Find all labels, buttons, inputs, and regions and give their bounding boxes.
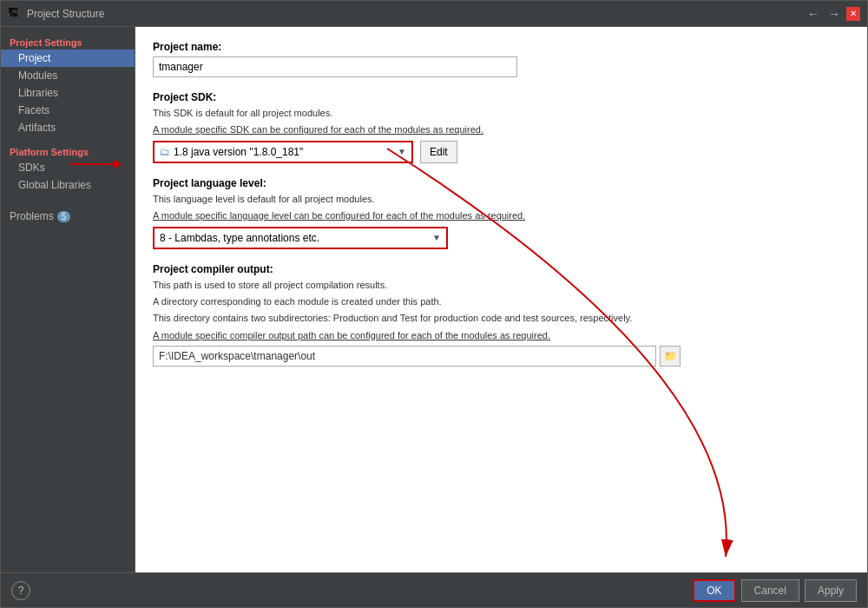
apply-button[interactable]: Apply [805, 579, 857, 602]
project-lang-label: Project language level: [153, 177, 850, 189]
project-name-label: Project name: [153, 41, 850, 53]
window-icon: 🏗 [8, 7, 22, 21]
project-output-label: Project compiler output: [153, 263, 850, 275]
output-desc2: A directory corresponding to each module… [153, 295, 850, 308]
ok-button[interactable]: OK [693, 579, 735, 602]
help-button[interactable]: ? [11, 581, 30, 600]
sdk-row: 🗂 1.8 java version "1.8.0_181" ▼ Edit [153, 141, 850, 163]
folder-icon: 📁 [664, 350, 677, 362]
title-bar-right: ← → ✕ [805, 5, 860, 23]
sdk-desc2: A module specific SDK can be configured … [153, 123, 850, 136]
main-window: 🏗 Project Structure ← → ✕ Project Settin… [0, 0, 868, 608]
lang-desc2-underline: A module specific language level can be … [153, 210, 525, 221]
sdk-select-inner: 🗂 1.8 java version "1.8.0_181" [160, 146, 398, 158]
project-settings-label: Project Settings [1, 34, 135, 50]
output-desc4: A module specific compiler output path c… [153, 329, 850, 342]
project-lang-group: Project language level: This language le… [153, 177, 850, 249]
forward-button[interactable]: → [825, 5, 843, 23]
sdk-desc1: This SDK is default for all project modu… [153, 107, 850, 120]
project-name-group: Project name: [153, 41, 850, 77]
sidebar-bottom: Problems 5 [1, 208, 135, 225]
lang-desc1: This language level is default for all p… [153, 193, 850, 206]
project-sdk-group: Project SDK: This SDK is default for all… [153, 91, 850, 163]
main-content: Project name: Project SDK: This SDK is d… [135, 27, 867, 572]
back-button[interactable]: ← [805, 5, 822, 23]
close-button[interactable]: ✕ [846, 7, 860, 21]
edit-sdk-button[interactable]: Edit [420, 141, 457, 163]
title-bar: 🏗 Project Structure ← → ✕ [1, 1, 867, 27]
sdk-desc2-underline: A module specific SDK can be configured … [153, 124, 483, 135]
sdk-dropdown-arrow: ▼ [398, 147, 406, 156]
sidebar-item-libraries[interactable]: Libraries [1, 84, 135, 102]
output-path-input[interactable] [153, 346, 656, 367]
title-bar-left: 🏗 Project Structure [8, 7, 104, 21]
lang-value: 8 - Lambdas, type annotations etc. [160, 232, 319, 244]
problems-badge: 5 [57, 211, 71, 222]
lang-dropdown[interactable]: 8 - Lambdas, type annotations etc. ▼ [153, 227, 448, 249]
sdk-value: 1.8 java version "1.8.0_181" [174, 146, 303, 158]
bottom-bar: ? OK Cancel Apply [1, 572, 867, 607]
platform-settings-label: Platform Settings [1, 143, 135, 159]
sidebar-item-project[interactable]: Project [1, 50, 135, 67]
sidebar-item-sdks[interactable]: SDKs [1, 159, 135, 176]
sidebar: Project Settings Project Modules Librari… [1, 27, 135, 572]
lang-desc2: A module specific language level can be … [153, 209, 850, 222]
sidebar-item-artifacts[interactable]: Artifacts [1, 119, 135, 136]
window-title: Project Structure [27, 8, 104, 20]
project-output-group: Project compiler output: This path is us… [153, 263, 850, 367]
cancel-button[interactable]: Cancel [741, 579, 799, 602]
folder-button[interactable]: 📁 [660, 346, 681, 367]
sidebar-item-modules[interactable]: Modules [1, 67, 135, 84]
sidebar-item-global-libraries[interactable]: Global Libraries [1, 176, 135, 194]
output-path-row: 📁 [153, 346, 850, 367]
sdk-dropdown[interactable]: 🗂 1.8 java version "1.8.0_181" ▼ [153, 141, 413, 163]
lang-dropdown-arrow: ▼ [432, 233, 441, 242]
content-area: Project Settings Project Modules Librari… [1, 27, 867, 572]
problems-label: Problems [10, 210, 54, 222]
sdk-icon: 🗂 [160, 146, 170, 158]
problems-row[interactable]: Problems 5 [1, 208, 135, 225]
output-desc3: This directory contains two subdirectori… [153, 312, 850, 325]
project-sdk-label: Project SDK: [153, 91, 850, 103]
output-desc1: This path is used to store all project c… [153, 279, 850, 292]
sidebar-item-facets[interactable]: Facets [1, 102, 135, 119]
output-desc4-underline: A module specific compiler output path c… [153, 330, 550, 340]
project-name-input[interactable] [153, 56, 517, 77]
